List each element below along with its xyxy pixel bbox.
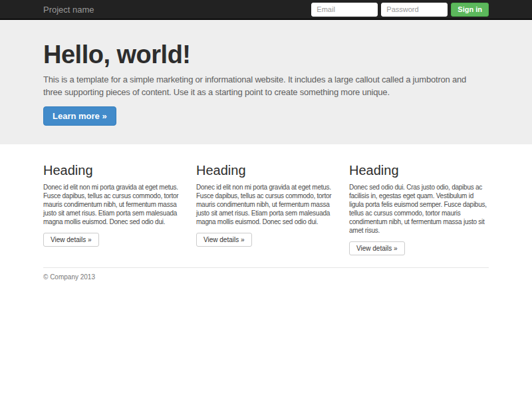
column-body: Donec sed odio dui. Cras justo odio, dap… — [349, 183, 489, 235]
content-column-3: Heading Donec sed odio dui. Cras justo o… — [349, 163, 489, 255]
email-field[interactable] — [311, 3, 378, 17]
column-body: Donec id elit non mi porta gravida at eg… — [43, 183, 183, 226]
copyright-text: © Company 2013 — [43, 273, 489, 281]
jumbotron-description: This is a template for a simple marketin… — [43, 73, 482, 98]
column-heading: Heading — [43, 163, 183, 178]
view-details-button-2[interactable]: View details » — [196, 233, 252, 247]
brand-link[interactable]: Project name — [43, 5, 94, 15]
content-column-2: Heading Donec id elit non mi porta gravi… — [196, 163, 336, 255]
sign-in-button[interactable]: Sign in — [451, 3, 489, 17]
jumbotron: Hello, world! This is a template for a s… — [0, 20, 532, 144]
view-details-button-1[interactable]: View details » — [43, 233, 99, 247]
password-field[interactable] — [381, 3, 448, 17]
footer-divider — [43, 267, 489, 268]
column-heading: Heading — [196, 163, 336, 178]
learn-more-button[interactable]: Learn more » — [43, 106, 116, 126]
footer: © Company 2013 — [43, 267, 489, 281]
content-columns: Heading Donec id elit non mi porta gravi… — [43, 163, 489, 255]
navbar: Project name Sign in — [0, 0, 532, 20]
signin-form: Sign in — [308, 3, 489, 17]
view-details-button-3[interactable]: View details » — [349, 241, 405, 255]
column-body: Donec id elit non mi porta gravida at eg… — [196, 183, 336, 226]
content-column-1: Heading Donec id elit non mi porta gravi… — [43, 163, 183, 255]
column-heading: Heading — [349, 163, 489, 178]
jumbotron-title: Hello, world! — [43, 41, 489, 68]
